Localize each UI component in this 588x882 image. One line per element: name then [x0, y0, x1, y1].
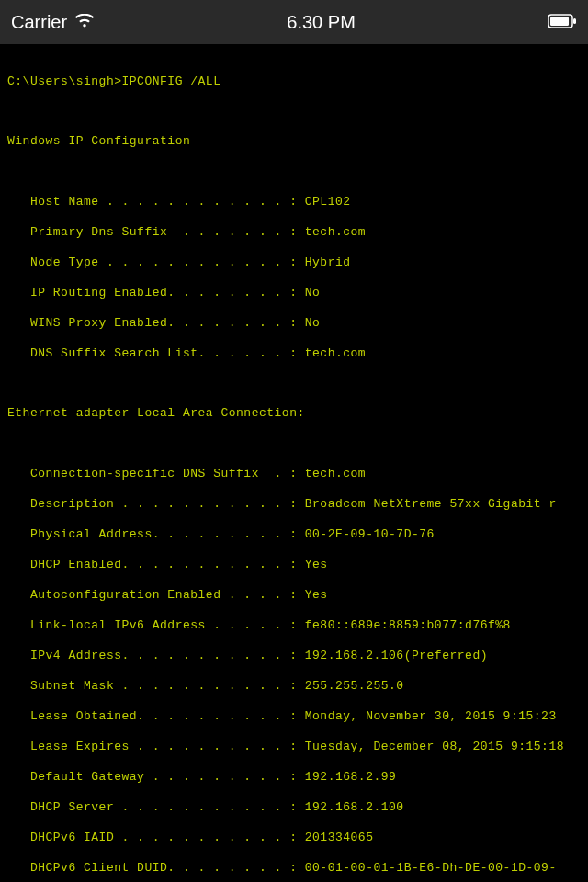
svg-rect-2 — [573, 18, 576, 24]
section-header: Ethernet adapter Local Area Connection: — [7, 406, 581, 422]
config-line: IPv4 Address. . . . . . . . . . . : 192.… — [7, 649, 581, 664]
config-line: Link-local IPv6 Address . . . . . : fe80… — [7, 618, 581, 634]
config-line: WINS Proxy Enabled. . . . . . . . : No — [7, 316, 581, 332]
config-line: DNS Suffix Search List. . . . . . : tech… — [7, 346, 581, 362]
carrier-label: Carrier — [11, 12, 67, 33]
config-line: Default Gateway . . . . . . . . . : 192.… — [7, 770, 581, 786]
section-header: Windows IP Configuration — [7, 134, 581, 150]
wifi-icon — [74, 12, 95, 33]
svg-rect-1 — [550, 17, 569, 26]
config-line: Connection-specific DNS Suffix . : tech.… — [7, 467, 581, 482]
config-line: Primary Dns Suffix . . . . . . . : tech.… — [7, 225, 581, 241]
prompt-line: C:\Users\singh>IPCONFIG /ALL — [7, 74, 581, 90]
config-line: DHCP Server . . . . . . . . . . . : 192.… — [7, 800, 581, 816]
config-line: Lease Expires . . . . . . . . . . : Tues… — [7, 740, 581, 755]
terminal-output[interactable]: C:\Users\singh>IPCONFIG /ALL Windows IP … — [0, 44, 588, 882]
config-line: DHCPv6 IAID . . . . . . . . . . . : 2013… — [7, 831, 581, 846]
config-line: DHCP Enabled. . . . . . . . . . . : Yes — [7, 558, 581, 573]
config-line: Subnet Mask . . . . . . . . . . . : 255.… — [7, 679, 581, 695]
config-line: Lease Obtained. . . . . . . . . . : Mond… — [7, 709, 581, 725]
battery-icon — [548, 12, 577, 33]
config-line: DHCPv6 Client DUID. . . . . . . . : 00-0… — [7, 861, 581, 876]
config-line: Autoconfiguration Enabled . . . . : Yes — [7, 588, 581, 604]
config-line: Description . . . . . . . . . . . : Broa… — [7, 497, 581, 513]
config-line: Physical Address. . . . . . . . . : 00-2… — [7, 527, 581, 543]
config-line: Node Type . . . . . . . . . . . . : Hybr… — [7, 255, 581, 271]
clock-label: 6.30 PM — [287, 12, 355, 33]
config-line: IP Routing Enabled. . . . . . . . : No — [7, 286, 581, 301]
status-bar: Carrier 6.30 PM — [0, 0, 588, 44]
config-line: Host Name . . . . . . . . . . . . : CPL1… — [7, 195, 581, 210]
